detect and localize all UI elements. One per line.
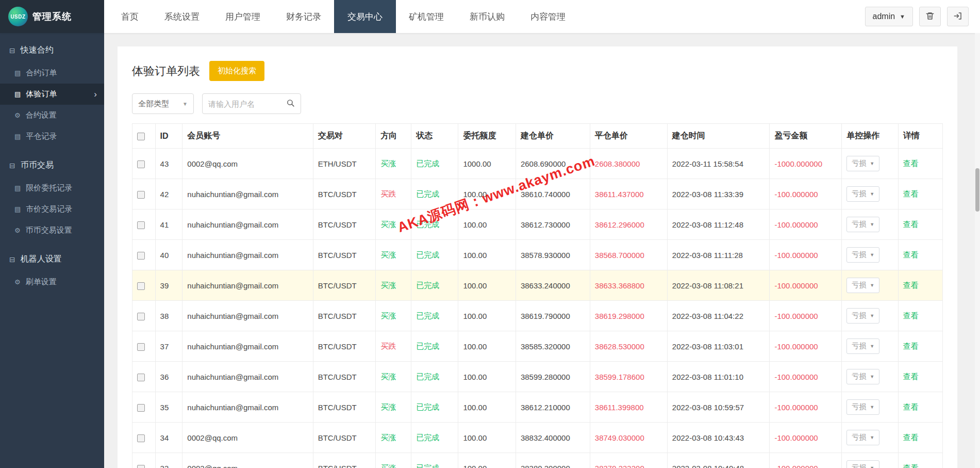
control-select[interactable]: 亏损 ▼ [846,217,879,232]
doc-icon: ▤ [14,69,21,77]
view-link[interactable]: 查看 [903,189,919,198]
cell-pnl: -1000.000000 [770,149,842,179]
topnav-item[interactable]: 财务记录 [275,0,332,33]
cell-pnl: -100.000000 [770,362,842,392]
column-header: 状态 [411,124,458,149]
cell-id: 37 [155,331,182,362]
cell-pair: ETH/USDT [313,149,376,179]
sidebar-section-title[interactable]: ⊟币币交易 [0,153,104,177]
control-select[interactable]: 亏损 ▼ [846,338,879,354]
caret-down-icon: ▼ [870,313,874,318]
gear-icon: ⚙ [14,111,21,119]
view-link[interactable]: 查看 [903,463,919,468]
control-select[interactable]: 亏损 ▼ [846,156,879,171]
control-select[interactable]: 亏损 ▼ [846,430,879,445]
cell-detail: 查看 [898,423,942,453]
row-checkbox[interactable] [137,160,145,168]
sidebar-item[interactable]: ⚙币币交易设置 [0,220,104,241]
row-checkbox[interactable] [137,221,145,229]
topnav-item[interactable]: 内容管理 [520,0,576,33]
sidebar-item[interactable]: ⚙合约设置 [0,105,104,126]
view-link[interactable]: 查看 [903,311,919,320]
control-select[interactable]: 亏损 ▼ [846,247,879,263]
view-link[interactable]: 查看 [903,250,919,259]
view-link[interactable]: 查看 [903,433,919,442]
admin-user-menu[interactable]: admin ▼ [865,7,913,26]
cell-direction: 买涨 [376,270,411,301]
table-row: 36nuhaichuntian@gmail.comBTC/USDT买涨已完成10… [132,362,943,392]
cell-open-price: 38599.280000 [516,362,590,392]
cell-pnl: -100.000000 [770,179,842,209]
cell-status: 已完成 [411,331,458,362]
cell-open-time: 2022-03-11 15:58:54 [667,149,770,179]
cell-amount: 100.00 [458,240,516,270]
filter-row: 全部类型 ▼ [132,93,943,114]
row-checkbox[interactable] [137,465,145,468]
cell-open-time: 2022-03-08 11:03:01 [667,331,770,362]
username-search-input[interactable] [208,100,286,108]
topnav-item[interactable]: 系统设置 [154,0,210,33]
sidebar-item[interactable]: ▤体验订单› [0,84,104,105]
topnav-item[interactable]: 新币认购 [459,0,516,33]
view-link[interactable]: 查看 [903,402,919,411]
select-all-checkbox[interactable] [137,133,145,140]
row-checkbox[interactable] [137,313,145,320]
cell-pnl: -100.000000 [770,209,842,240]
scrollbar-thumb[interactable] [975,168,979,212]
caret-down-icon: ▼ [870,344,874,349]
cell-account: 0002@qq.com [182,453,313,468]
control-select[interactable]: 亏损 ▼ [846,399,879,415]
control-select[interactable]: 亏损 ▼ [846,369,879,384]
view-link[interactable]: 查看 [903,281,919,289]
sidebar-item[interactable]: ▤限价委托记录 [0,177,104,199]
control-select[interactable]: 亏损 ▼ [846,278,879,293]
cell-status: 已完成 [411,362,458,392]
row-checkbox[interactable] [137,434,145,442]
row-checkbox[interactable] [137,404,145,412]
topnav-item[interactable]: 交易中心 [334,0,396,33]
sidebar-item[interactable]: ▤合约订单 [0,62,104,84]
row-checkbox[interactable] [137,374,145,381]
sidebar-item-label: 限价委托记录 [26,183,72,193]
sidebar-section-title[interactable]: ⊟快速合约 [0,38,104,62]
view-link[interactable]: 查看 [903,220,919,229]
sidebar-item-label: 市价交易记录 [26,204,72,214]
cell-open-price: 38619.790000 [516,301,590,331]
logout-button[interactable] [947,7,969,26]
minus-square-icon: ⊟ [9,255,15,264]
view-link[interactable]: 查看 [903,342,919,350]
topnav-item[interactable]: 用户管理 [214,0,271,33]
topnav-item[interactable]: 首页 [110,0,150,33]
control-select[interactable]: 亏损 ▼ [846,186,879,202]
view-link[interactable]: 查看 [903,372,919,381]
column-header: 委托额度 [458,124,516,149]
cell-status: 已完成 [411,179,458,209]
topnav-item[interactable]: 矿机管理 [398,0,455,33]
cell-control: 亏损 ▼ [842,423,898,453]
control-select[interactable]: 亏损 ▼ [846,308,879,324]
cell-pair: BTC/USDT [313,179,376,209]
sidebar-item[interactable]: ▤市价交易记录 [0,199,104,220]
type-filter-select[interactable]: 全部类型 ▼ [132,93,194,114]
cell-pnl: -100.000000 [770,392,842,423]
row-checkbox[interactable] [137,191,145,199]
sidebar-section-title[interactable]: ⊟机器人设置 [0,247,104,271]
cell-checkbox [132,301,156,331]
reset-search-button[interactable]: 初始化搜索 [209,61,264,81]
sidebar-item[interactable]: ⚙刷单设置 [0,271,104,293]
search-icon [286,99,295,109]
row-checkbox[interactable] [137,343,145,351]
cell-close-price: 38628.530000 [590,331,667,362]
cell-open-time: 2022-03-08 11:08:21 [667,270,770,301]
sidebar-item[interactable]: ▤平仓记录 [0,126,104,147]
cell-checkbox [132,423,156,453]
trash-button[interactable] [919,7,941,26]
view-link[interactable]: 查看 [903,159,919,168]
row-checkbox[interactable] [137,252,145,260]
logout-icon [953,11,962,22]
row-checkbox[interactable] [137,282,145,290]
cell-pair: BTC/USDT [313,270,376,301]
cell-control: 亏损 ▼ [842,362,898,392]
cell-amount: 100.00 [458,301,516,331]
control-select[interactable]: 亏损 ▼ [846,460,879,468]
